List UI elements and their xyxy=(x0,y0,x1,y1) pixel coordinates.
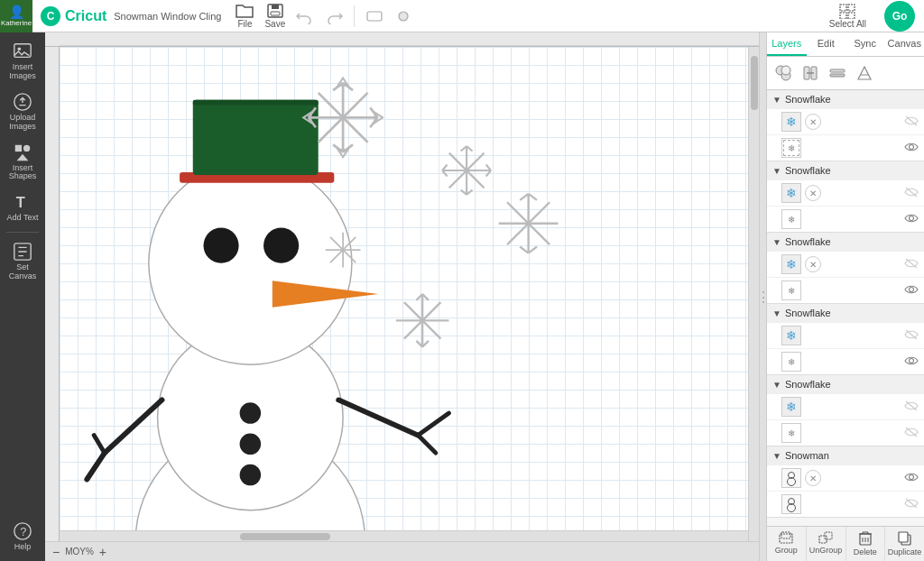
sidebar-item-add-text[interactable]: T Add Text xyxy=(2,189,43,226)
sidebar-item-help[interactable]: ? Help xyxy=(2,518,43,556)
layer-item-3a[interactable]: ❄ ✕ xyxy=(767,251,924,277)
undo-button[interactable] xyxy=(296,8,314,24)
panel-resize-handle[interactable]: ⋮ xyxy=(759,32,766,561)
toolbar: File Save xyxy=(236,3,828,29)
layer-item-2a[interactable]: ❄ ✕ xyxy=(767,179,924,206)
redo-button[interactable] xyxy=(325,8,343,24)
svg-rect-39 xyxy=(193,100,319,106)
layer-x-snowman-a[interactable]: ✕ xyxy=(805,470,821,486)
vertical-scrollbar[interactable] xyxy=(748,47,759,541)
file-label: File xyxy=(237,19,252,29)
duplicate-button[interactable]: Duplicate xyxy=(885,527,924,561)
delete-icon xyxy=(848,531,883,546)
layer-item-5a[interactable]: ❄ xyxy=(767,393,924,419)
visibility-icon-2b[interactable] xyxy=(904,212,919,226)
visibility-icon-snowman-a[interactable] xyxy=(904,471,919,485)
flatten-icon-button[interactable] xyxy=(825,60,850,86)
visibility-icon-5b[interactable] xyxy=(904,426,919,440)
cricut-logo: C Cricut xyxy=(32,5,114,27)
layer-item-3b[interactable]: ❄ xyxy=(767,277,924,303)
group-icon xyxy=(769,531,804,544)
visibility-icon-4b[interactable] xyxy=(904,354,919,369)
sidebar-item-insert-shapes[interactable]: Insert Shapes xyxy=(2,139,43,186)
zoom-level: MOY% xyxy=(65,547,94,556)
group-arrow-2: ▼ xyxy=(772,166,781,176)
layer-item-4b[interactable]: ❄ xyxy=(767,348,924,374)
layer-group-snowflake-1: ▼ Snowflake ❄ ✕ ❄ xyxy=(767,90,924,161)
layer-item-5b[interactable]: ❄ xyxy=(767,419,924,446)
upload-images-label: Upload Images xyxy=(9,114,36,132)
svg-line-25 xyxy=(87,453,105,479)
weld-icon-button[interactable] xyxy=(771,60,796,86)
svg-rect-5 xyxy=(367,12,382,21)
layer-thumb-snowflake-2a: ❄ xyxy=(781,183,801,203)
visibility-icon-1a[interactable] xyxy=(904,115,919,129)
visibility-icon-snowman-b[interactable] xyxy=(904,497,919,511)
fill-button[interactable] xyxy=(394,8,412,24)
layer-group-header-5[interactable]: ▼ Snowflake xyxy=(767,375,924,393)
attach-icon-button[interactable] xyxy=(798,60,823,86)
sidebar-item-set-canvas[interactable]: Set Canvas xyxy=(2,238,43,285)
svg-rect-9 xyxy=(840,13,846,19)
horizontal-scrollbar[interactable] xyxy=(60,530,748,541)
zoom-in-button[interactable]: + xyxy=(99,546,106,558)
user-button[interactable]: 👤 Katherine xyxy=(0,0,32,32)
group-button[interactable]: Group xyxy=(767,527,807,561)
sidebar-item-upload-images[interactable]: Upload Images xyxy=(2,88,43,135)
layer-x-2a[interactable]: ✕ xyxy=(805,185,821,201)
ungroup-icon xyxy=(808,531,844,544)
ungroup-button[interactable]: UnGroup xyxy=(807,527,846,561)
save-icon xyxy=(266,3,284,19)
visibility-icon-2a[interactable] xyxy=(904,186,919,200)
layer-item-1a[interactable]: ❄ ✕ xyxy=(767,108,924,134)
svg-point-34 xyxy=(203,228,238,263)
svg-line-74 xyxy=(520,247,528,253)
tab-edit[interactable]: Edit xyxy=(807,32,846,56)
save-button[interactable]: Save xyxy=(264,3,285,29)
canvas-grid[interactable] xyxy=(60,47,759,541)
linetype-button[interactable] xyxy=(365,8,383,24)
layer-x-1a[interactable]: ✕ xyxy=(805,114,821,130)
visibility-icon-1b[interactable] xyxy=(904,141,919,155)
layer-thumb-outline-1b: ❄ xyxy=(781,138,801,158)
snowflake-thumb-icon-1a: ❄ xyxy=(786,115,797,129)
layer-item-1b[interactable]: ❄ xyxy=(767,134,924,161)
tab-canvas[interactable]: Canvas xyxy=(885,32,925,56)
snowflake-thumb-icon-5a: ❄ xyxy=(786,400,797,414)
help-icon: ? xyxy=(13,521,32,541)
layer-group-header-3[interactable]: ▼ Snowflake xyxy=(767,233,924,251)
visibility-icon-3a[interactable] xyxy=(904,257,919,271)
layer-group-header-2[interactable]: ▼ Snowflake xyxy=(767,161,924,179)
help-label: Help xyxy=(14,543,32,552)
layer-group-header-4[interactable]: ▼ Snowflake xyxy=(767,304,924,322)
tab-layers[interactable]: Layers xyxy=(767,32,807,56)
svg-line-26 xyxy=(94,436,105,454)
zoom-out-button[interactable]: − xyxy=(52,546,60,558)
undo-icon xyxy=(296,8,314,24)
layer-item-2b[interactable]: ❄ xyxy=(767,206,924,232)
visibility-icon-5a[interactable] xyxy=(904,400,919,414)
text-icon: T xyxy=(13,192,32,212)
file-menu[interactable]: File xyxy=(236,3,254,29)
sidebar-item-insert-images[interactable]: Insert Images xyxy=(2,38,43,85)
layer-group-header-1[interactable]: ▼ Snowflake xyxy=(767,90,924,108)
go-button[interactable]: Go xyxy=(884,1,915,32)
delete-button[interactable]: Delete xyxy=(846,527,886,561)
layer-group-header-snowman[interactable]: ▼ Snowman xyxy=(767,446,924,464)
visibility-icon-4a[interactable] xyxy=(904,328,919,343)
layer-group-snowflake-2: ▼ Snowflake ❄ ✕ ❄ xyxy=(767,161,924,233)
layer-item-4a[interactable]: ❄ xyxy=(767,322,924,348)
layer-item-snowman-b[interactable] xyxy=(767,491,924,517)
visibility-icon-3b[interactable] xyxy=(904,283,919,298)
group-arrow-5: ▼ xyxy=(772,380,781,390)
select-all-button[interactable]: Select All xyxy=(829,3,866,29)
layer-item-snowman-a[interactable]: ✕ xyxy=(767,464,924,491)
layer-x-3a[interactable]: ✕ xyxy=(805,256,821,272)
snowman-thumb-icon-b xyxy=(783,496,799,512)
group-arrow-snowman: ▼ xyxy=(772,451,781,461)
svg-line-24 xyxy=(105,400,162,453)
tab-sync[interactable]: Sync xyxy=(845,32,885,56)
contour-icon-button[interactable] xyxy=(852,60,877,86)
outline-thumb-icon-2b: ❄ xyxy=(788,215,795,225)
panel-tabs: Layers Edit Sync Canvas xyxy=(767,32,924,57)
